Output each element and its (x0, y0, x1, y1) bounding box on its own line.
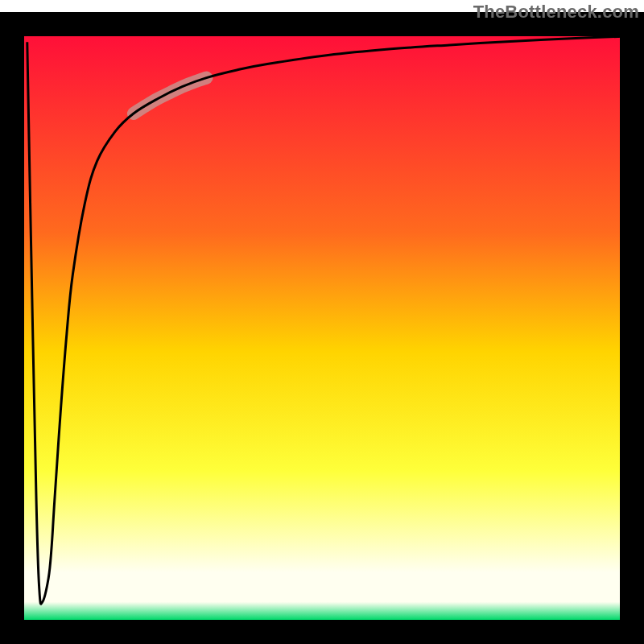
attribution-label: TheBottleneck.com (473, 2, 639, 23)
gradient-background (24, 24, 632, 620)
chart-stage: TheBottleneck.com (0, 0, 644, 644)
chart-canvas (0, 0, 644, 644)
